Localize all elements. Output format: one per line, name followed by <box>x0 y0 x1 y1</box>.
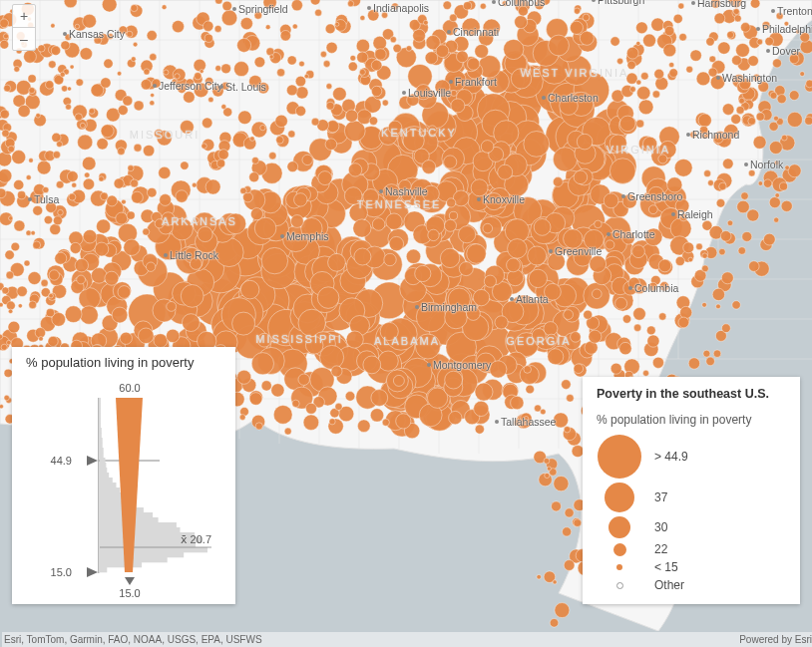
city-point <box>756 27 760 31</box>
city-label: Little Rock <box>170 249 218 261</box>
city-point <box>280 234 284 238</box>
legend-bubble-icon <box>609 516 630 538</box>
svg-rect-1538 <box>100 398 101 403</box>
city-label: Birmingham <box>421 301 477 313</box>
legend-row: 22 <box>597 542 786 556</box>
legend-title: Poverty in the southeast U.S. <box>597 387 786 401</box>
city-point <box>415 305 419 309</box>
city-point <box>671 212 675 216</box>
city-label: Greensboro <box>627 190 682 202</box>
legend-panel: Poverty in the southeast U.S. % populati… <box>583 377 800 604</box>
min-bottom-handle[interactable]: 15.0 <box>119 577 140 599</box>
svg-rect-1527 <box>100 453 104 458</box>
city-point <box>771 9 775 13</box>
svg-rect-1522 <box>100 478 113 483</box>
legend-bubble-label: > 44.9 <box>654 450 688 464</box>
svg-marker-1501 <box>87 456 98 466</box>
legend-row: 30 <box>597 516 786 538</box>
city-label: Philadelphia <box>762 23 812 35</box>
svg-rect-1504 <box>100 567 107 572</box>
svg-rect-1534 <box>100 418 101 423</box>
city-point <box>744 162 748 166</box>
svg-rect-1508 <box>100 547 207 552</box>
city-point <box>379 189 383 193</box>
city-label: Pittsburgh <box>598 0 644 6</box>
svg-rect-1523 <box>100 473 109 478</box>
state-label: MISSISSIPPI <box>255 333 342 345</box>
svg-rect-1532 <box>100 428 102 433</box>
hist-min-left: 15.0 <box>51 566 72 578</box>
legend-row: 37 <box>597 483 786 512</box>
city-point <box>427 363 431 367</box>
legend-bubble-icon <box>605 483 634 512</box>
map-canvas[interactable]: Kansas CitySpringfieldIndianapolisCincin… <box>0 0 812 631</box>
city-label: Washington <box>722 72 777 84</box>
svg-rect-1520 <box>100 487 120 492</box>
hist-mean-label: x̄ 20.7 <box>181 533 211 545</box>
city-point <box>510 297 514 301</box>
svg-rect-1524 <box>100 468 107 473</box>
svg-rect-1531 <box>100 433 102 438</box>
city-label: Knoxville <box>483 193 525 205</box>
histogram-title: % population living in poverty <box>12 347 235 370</box>
legend-other-row: Other <box>597 578 786 592</box>
city-point <box>402 91 406 95</box>
svg-rect-1506 <box>100 557 168 562</box>
city-label: Kansas City <box>69 28 125 40</box>
city-label: Tallahassee <box>501 416 556 428</box>
state-label: ARKANSAS <box>162 215 237 227</box>
city-label: Columbia <box>634 282 678 294</box>
legend-subtitle: % population living in poverty <box>597 413 786 427</box>
city-label: Nashville <box>385 185 428 197</box>
svg-rect-1521 <box>100 483 117 487</box>
city-point <box>542 96 546 100</box>
city-point <box>607 232 610 236</box>
state-label: VIRGINIA <box>607 144 670 156</box>
svg-rect-1526 <box>100 458 106 463</box>
city-point <box>686 133 690 137</box>
attribution-esri[interactable]: Powered by Esri <box>739 634 812 645</box>
city-label: Charlotte <box>612 228 655 240</box>
state-label: GEORGIA <box>506 335 571 347</box>
zoom-control: + – <box>12 4 36 51</box>
hist-min-below: 15.0 <box>119 587 140 599</box>
city-label: Jefferson City <box>159 80 222 92</box>
attribution-sources: Esri, TomTom, Garmin, FAO, NOAA, USGS, E… <box>4 634 262 645</box>
hist-top-label: 60.0 <box>119 382 140 394</box>
city-point <box>492 0 496 4</box>
state-label: ALABAMA <box>374 335 440 347</box>
city-label: Tulsa <box>34 193 59 205</box>
svg-rect-1512 <box>100 527 181 532</box>
state-label: TENNESSEE <box>357 198 442 210</box>
legend-bubble-icon <box>613 543 626 556</box>
city-label: Memphis <box>286 230 329 242</box>
city-label: Dover <box>772 45 800 57</box>
city-point <box>219 85 223 89</box>
legend-other-label: Other <box>654 578 684 592</box>
svg-rect-1513 <box>100 522 177 527</box>
svg-marker-1503 <box>87 567 98 577</box>
city-label: Cincinnati <box>453 26 499 38</box>
city-point <box>621 194 625 198</box>
city-point <box>28 197 32 201</box>
zoom-in-button[interactable]: + <box>13 5 35 27</box>
legend-bubble-label: < 15 <box>654 560 678 574</box>
svg-rect-1535 <box>100 413 101 418</box>
city-label: Indianapolis <box>373 2 429 14</box>
city-label: Richmond <box>692 129 739 141</box>
histogram-chart: 60.0 44.9 15.0 x̄ 20.7 15.0 <box>12 370 235 601</box>
city-label: Harrisburg <box>697 0 746 9</box>
svg-rect-1537 <box>100 403 101 408</box>
zoom-out-button[interactable]: – <box>13 27 35 50</box>
legend-bubble-label: 22 <box>654 542 667 556</box>
state-label: WEST VIRGINIA <box>521 67 629 79</box>
legend-bubble-icon <box>598 435 641 479</box>
legend-row: < 15 <box>597 560 786 574</box>
city-point <box>63 32 67 36</box>
city-label: Atlanta <box>516 293 549 305</box>
min-handle[interactable]: 15.0 <box>51 566 98 578</box>
legend-bubble-label: 30 <box>654 520 667 534</box>
city-point <box>232 7 236 11</box>
city-label: Greenville <box>555 245 602 257</box>
city-label: Trenton <box>777 5 812 17</box>
